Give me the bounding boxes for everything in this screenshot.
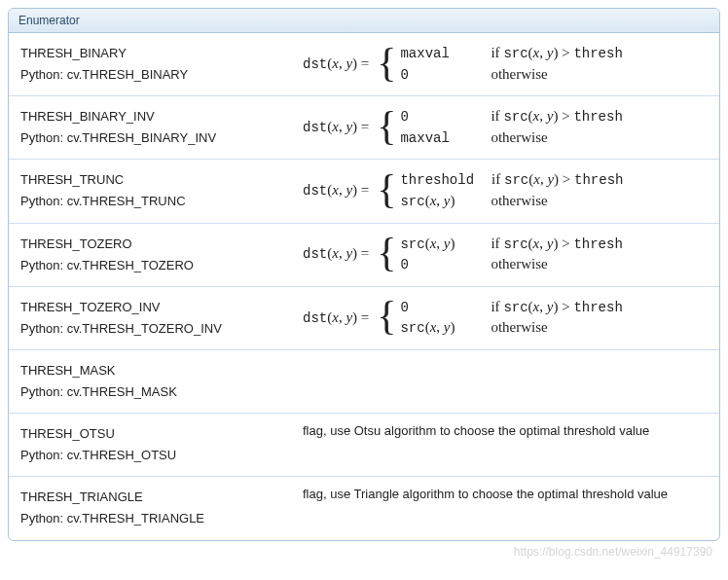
enum-name: THRESH_TRIANGLE bbox=[20, 487, 279, 508]
enum-name: THRESH_MASK bbox=[20, 360, 279, 381]
table-row: THRESH_TRUNCPython: cv.THRESH_TRUNCdst(x… bbox=[9, 160, 719, 223]
enum-desc-text: flag, use Triangle algorithm to choose t… bbox=[303, 487, 668, 501]
table-row: THRESH_TOZEROPython: cv.THRESH_TOZEROdst… bbox=[9, 223, 719, 286]
panel-title: Enumerator bbox=[9, 9, 719, 33]
enum-name: THRESH_BINARY bbox=[20, 43, 279, 64]
enum-name-cell: THRESH_OTSUPython: cv.THRESH_OTSU bbox=[9, 414, 291, 477]
watermark: https://blog.csdn.net/weixin_44917390 bbox=[8, 541, 720, 559]
enum-name: THRESH_TOZERO bbox=[20, 234, 279, 255]
enum-python: Python: cv.THRESH_TRIANGLE bbox=[20, 508, 279, 529]
enum-table: THRESH_BINARYPython: cv.THRESH_BINARYdst… bbox=[9, 33, 719, 540]
enum-python: Python: cv.THRESH_BINARY bbox=[20, 64, 279, 86]
enum-python: Python: cv.THRESH_MASK bbox=[20, 381, 279, 403]
table-row: THRESH_TRIANGLEPython: cv.THRESH_TRIANGL… bbox=[9, 477, 719, 540]
table-row: THRESH_OTSUPython: cv.THRESH_OTSUflag, u… bbox=[9, 414, 719, 477]
enum-name: THRESH_BINARY_INV bbox=[20, 106, 279, 127]
enum-name-cell: THRESH_TOZEROPython: cv.THRESH_TOZERO bbox=[9, 223, 291, 286]
enum-name-cell: THRESH_MASKPython: cv.THRESH_MASK bbox=[9, 349, 291, 413]
enum-desc-cell bbox=[291, 349, 719, 413]
enum-desc-cell: flag, use Triangle algorithm to choose t… bbox=[291, 477, 719, 540]
enum-name: THRESH_TRUNC bbox=[20, 169, 279, 191]
enum-name-cell: THRESH_TRUNCPython: cv.THRESH_TRUNC bbox=[9, 160, 291, 223]
enum-python: Python: cv.THRESH_TOZERO_INV bbox=[20, 318, 279, 340]
table-row: THRESH_TOZERO_INVPython: cv.THRESH_TOZER… bbox=[9, 286, 719, 349]
enumerator-panel: Enumerator THRESH_BINARYPython: cv.THRES… bbox=[8, 8, 720, 541]
enum-python: Python: cv.THRESH_BINARY_INV bbox=[20, 127, 279, 149]
table-row: THRESH_BINARY_INVPython: cv.THRESH_BINAR… bbox=[9, 96, 719, 160]
table-row: THRESH_MASKPython: cv.THRESH_MASK bbox=[9, 349, 719, 413]
enum-name-cell: THRESH_TRIANGLEPython: cv.THRESH_TRIANGL… bbox=[9, 477, 291, 540]
table-row: THRESH_BINARYPython: cv.THRESH_BINARYdst… bbox=[9, 33, 719, 96]
enum-name: THRESH_TOZERO_INV bbox=[20, 297, 279, 318]
enum-desc-cell: dst(x, y) = {maxvalif src(x, y) > thresh… bbox=[291, 33, 719, 96]
enum-desc-cell: dst(x, y) = {0if src(x, y) > threshmaxva… bbox=[291, 96, 719, 160]
enum-name-cell: THRESH_BINARY_INVPython: cv.THRESH_BINAR… bbox=[9, 96, 291, 160]
enum-name-cell: THRESH_BINARYPython: cv.THRESH_BINARY bbox=[9, 33, 291, 96]
enum-desc-text: flag, use Otsu algorithm to choose the o… bbox=[303, 423, 649, 438]
enum-desc-cell: dst(x, y) = {0if src(x, y) > threshsrc(x… bbox=[291, 286, 719, 349]
enum-python: Python: cv.THRESH_TRUNC bbox=[20, 191, 279, 212]
enum-python: Python: cv.THRESH_TOZERO bbox=[20, 255, 279, 276]
enum-desc-cell: flag, use Otsu algorithm to choose the o… bbox=[291, 414, 719, 477]
enum-name: THRESH_OTSU bbox=[20, 423, 279, 445]
enum-desc-cell: dst(x, y) = {src(x, y)if src(x, y) > thr… bbox=[291, 223, 719, 286]
enum-name-cell: THRESH_TOZERO_INVPython: cv.THRESH_TOZER… bbox=[9, 286, 291, 349]
enum-python: Python: cv.THRESH_OTSU bbox=[20, 445, 279, 466]
enum-desc-cell: dst(x, y) = {thresholdif src(x, y) > thr… bbox=[291, 160, 719, 223]
